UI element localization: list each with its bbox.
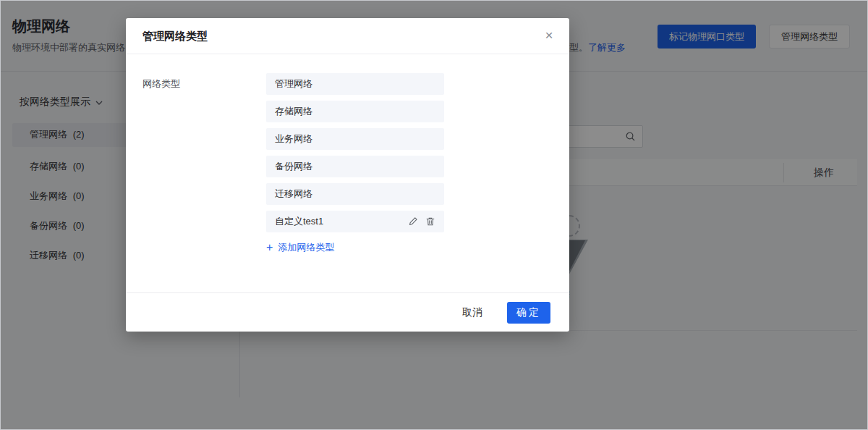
network-type-item: 管理网络 (266, 73, 444, 95)
item-actions (408, 216, 435, 227)
custom-network-type-name: 自定义test1 (275, 211, 408, 232)
delete-icon[interactable] (425, 216, 435, 227)
custom-network-type-item: 自定义test1 (266, 211, 444, 232)
network-type-item: 迁移网络 (266, 183, 444, 205)
modal-title: 管理网络类型 (142, 18, 208, 54)
network-type-name: 迁移网络 (275, 183, 435, 205)
network-type-name: 备份网络 (275, 156, 435, 177)
manage-network-type-modal: 管理网络类型 × 网络类型 管理网络 存储网络 业务网络 备份网络 迁移网络 自… (126, 18, 569, 332)
network-type-name: 存储网络 (275, 101, 435, 122)
network-type-item: 业务网络 (266, 128, 444, 150)
cancel-button[interactable]: 取消 (458, 305, 487, 320)
network-type-item: 备份网络 (266, 156, 444, 177)
modal-footer: 取消 确定 (126, 292, 569, 332)
network-type-item: 存储网络 (266, 101, 444, 122)
modal-header: 管理网络类型 × (126, 18, 569, 54)
network-type-list: 管理网络 存储网络 业务网络 备份网络 迁移网络 自定义test1 (266, 73, 444, 238)
network-type-field-label: 网络类型 (142, 77, 180, 90)
add-network-type-button[interactable]: + 添加网络类型 (266, 241, 334, 254)
close-icon[interactable]: × (540, 27, 558, 44)
confirm-button[interactable]: 确定 (507, 302, 550, 324)
network-type-name: 业务网络 (275, 128, 435, 150)
edit-icon[interactable] (408, 216, 418, 227)
network-type-name: 管理网络 (275, 73, 435, 95)
plus-icon: + (266, 242, 273, 253)
screen: 物理网络 物理环境中部署的真实网络 型。了解更多 标记物理网口类型 管理网络类型… (0, 0, 868, 430)
add-network-type-label: 添加网络类型 (278, 241, 334, 254)
